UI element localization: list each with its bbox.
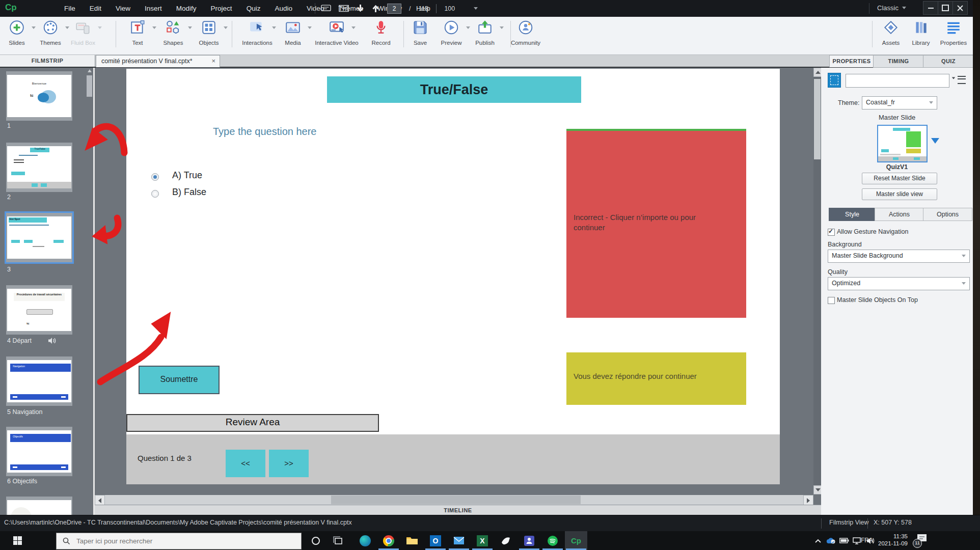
filmstrip-scrollbar[interactable] <box>87 75 92 97</box>
tray-expand-button[interactable] <box>812 531 824 550</box>
tab-close-icon[interactable]: × <box>211 56 215 67</box>
tab-options[interactable]: Options <box>923 208 972 221</box>
master-slide-view-button[interactable]: Master slide view <box>862 188 937 200</box>
answer-label-true[interactable]: A) True <box>172 170 202 181</box>
menu-edit[interactable]: Edit <box>83 5 108 12</box>
clock[interactable]: 11:35 2021-11-09 <box>878 533 908 547</box>
toolbar-community[interactable]: Community <box>503 19 549 46</box>
mail-icon[interactable] <box>339 5 349 12</box>
menu-project[interactable]: Project <box>204 5 239 12</box>
taskbar-app-outlook[interactable]: O <box>424 531 447 550</box>
scroll-left-icon[interactable] <box>95 495 105 506</box>
taskbar-app-chrome[interactable] <box>377 531 400 550</box>
vertical-scrollbar-thumb[interactable] <box>814 79 821 159</box>
search-input[interactable] <box>75 537 271 545</box>
filmstrip-slide-7[interactable] <box>6 497 72 515</box>
taskbar-app-excel[interactable]: X <box>471 531 494 550</box>
zoom-chevron-icon[interactable] <box>474 7 478 10</box>
question-text[interactable]: Type the question here <box>213 126 316 138</box>
horizontal-scrollbar-thumb[interactable] <box>331 496 581 504</box>
filmstrip-slide-6[interactable]: Objectifs <box>6 427 72 476</box>
taskbar-app-explorer[interactable] <box>401 531 423 550</box>
answer-radio-true[interactable] <box>151 173 159 181</box>
language-indicator[interactable]: FRA <box>861 537 873 544</box>
taskbar-search[interactable] <box>56 533 302 549</box>
filmstrip-slide-2[interactable]: True/False <box>6 143 72 192</box>
taskbar-app-spotify[interactable] <box>541 531 564 550</box>
slide-name-input[interactable] <box>846 74 949 88</box>
answer-radio-false[interactable] <box>151 190 159 198</box>
filmstrip-slide-4[interactable]: Procédures de travail sécuritaires tc <box>6 285 72 335</box>
master-slide-chevron-icon[interactable] <box>931 138 939 144</box>
start-button[interactable] <box>7 531 28 550</box>
gesture-navigation-checkbox[interactable] <box>828 229 835 236</box>
horizontal-scrollbar[interactable] <box>95 495 813 505</box>
toolbar-publish[interactable]: Publish <box>462 19 508 46</box>
toolbar-objects[interactable]: Objects <box>186 19 232 46</box>
menu-insert[interactable]: Insert <box>138 5 169 12</box>
tab-actions[interactable]: Actions <box>875 208 924 221</box>
slide-title-caption[interactable]: True/False <box>327 76 581 103</box>
taskbar-app-white[interactable] <box>495 531 517 550</box>
menu-file[interactable]: File <box>57 5 83 12</box>
taskbar-app-mail[interactable] <box>448 531 470 550</box>
background-dropdown[interactable]: Master Slide Background <box>828 250 970 263</box>
view-mode-label[interactable]: Filmstrip View <box>829 519 869 526</box>
filmstrip-slide-5[interactable]: Navigation <box>6 356 72 406</box>
task-view-button[interactable] <box>328 531 348 550</box>
vertical-scrollbar[interactable] <box>813 68 821 495</box>
tray-battery[interactable] <box>837 531 851 550</box>
filmstrip-scroll-up-icon[interactable] <box>88 69 92 72</box>
taskbar-app-teams[interactable] <box>518 531 540 550</box>
must-answer-feedback-caption[interactable]: Vous devez répondre pour continuer <box>566 352 746 405</box>
reset-master-slide-button[interactable]: Reset Master Slide <box>862 173 937 184</box>
notification-center-button[interactable]: 11 <box>916 534 929 547</box>
taskbar-app-captivate[interactable]: Cp <box>565 531 587 550</box>
interactions-icon <box>249 19 265 36</box>
chevron-down-icon[interactable] <box>351 26 356 29</box>
theme-dropdown[interactable]: Coastal_fr <box>862 96 937 109</box>
quality-dropdown[interactable]: Optimized <box>828 277 970 290</box>
cortana-button[interactable] <box>306 531 326 550</box>
tab-properties[interactable]: PROPERTIES <box>829 55 874 67</box>
upload-arrow-icon[interactable] <box>372 4 379 13</box>
feedback-icon[interactable] <box>321 4 331 13</box>
filmstrip-slide-1[interactable]: Bienvenue tc <box>6 71 72 121</box>
next-button[interactable]: >> <box>269 450 309 477</box>
taskbar-app-edge[interactable] <box>354 531 376 550</box>
slide-state-icon[interactable] <box>828 73 841 88</box>
workspace-switcher[interactable]: Classic <box>877 4 906 12</box>
tab-style[interactable]: Style <box>829 208 876 221</box>
tray-onedrive[interactable] <box>824 531 837 550</box>
document-tab[interactable]: comité présentation V final.cptx* × <box>96 55 220 67</box>
filmstrip-slide-3[interactable]: Hot Spot <box>6 213 72 262</box>
maximize-button[interactable] <box>938 1 953 15</box>
master-slide-thumbnail[interactable] <box>877 125 928 162</box>
incorrect-feedback-caption[interactable]: Incorrect - Cliquer n’importe ou pour co… <box>566 129 746 318</box>
menu-view[interactable]: View <box>108 5 138 12</box>
current-slide-input[interactable]: 2 <box>387 4 401 14</box>
menu-modify[interactable]: Modify <box>169 5 204 12</box>
minimize-icon <box>928 8 934 9</box>
menu-quiz[interactable]: Quiz <box>239 5 268 12</box>
timeline-panel-header[interactable]: TIMELINE <box>95 505 821 515</box>
download-arrow-icon[interactable] <box>357 4 364 13</box>
tab-timing[interactable]: TIMING <box>873 55 924 68</box>
close-button[interactable] <box>952 1 968 15</box>
panel-menu-icon[interactable] <box>958 76 966 84</box>
review-area[interactable]: Review Area <box>126 414 379 432</box>
chevron-down-icon[interactable] <box>224 26 228 29</box>
toolbar-properties[interactable]: Properties <box>931 19 976 46</box>
submit-button[interactable]: Soumettre <box>139 366 220 394</box>
tab-quiz[interactable]: QUIZ <box>923 55 974 68</box>
toolbar-interactive-video[interactable]: Interactive Video <box>309 19 365 46</box>
minimize-button[interactable] <box>923 1 938 15</box>
objects-on-top-checkbox[interactable] <box>828 297 835 304</box>
answer-label-false[interactable]: B) False <box>172 187 206 198</box>
scroll-right-icon[interactable] <box>803 495 813 506</box>
zoom-level[interactable]: 100 <box>444 5 455 12</box>
back-button[interactable]: << <box>226 450 265 477</box>
panel-menu-chevron-icon[interactable] <box>952 77 955 79</box>
slide-canvas[interactable]: True/False Type the question here A) Tru… <box>126 69 780 484</box>
menu-audio[interactable]: Audio <box>267 5 300 12</box>
